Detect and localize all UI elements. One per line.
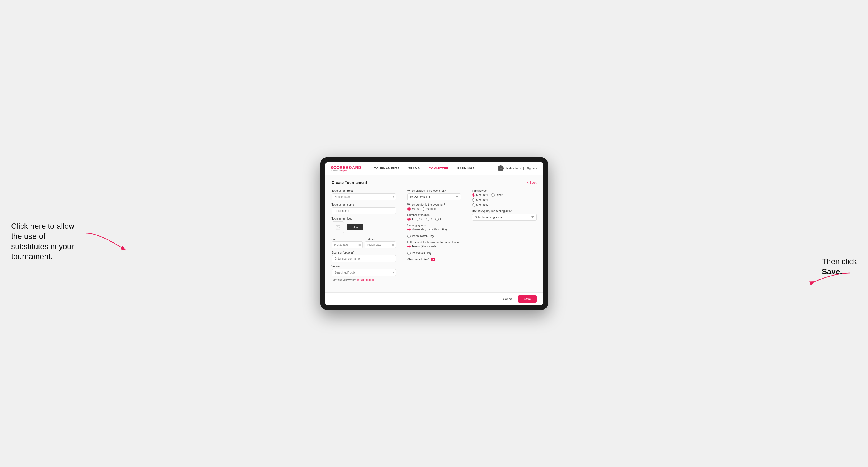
page-title: Create Tournament	[332, 180, 367, 185]
main-nav: SCOREBOARD Powered by clippd TOURNAMENTS…	[325, 162, 543, 175]
rounds-1-radio[interactable]	[407, 218, 411, 221]
format-other-radio[interactable]	[491, 193, 495, 197]
venue-dropdown-icon: ▾	[393, 271, 394, 274]
event-type-group: Is this event for Teams and/or Individua…	[407, 241, 461, 255]
tournament-name-input[interactable]	[332, 207, 396, 214]
nav-tournaments[interactable]: TOURNAMENTS	[370, 162, 404, 175]
scoring-label: Scoring system	[407, 224, 461, 227]
api-label: Use third-party live scoring API?	[472, 210, 536, 213]
sponsor-input[interactable]	[332, 255, 396, 262]
end-date-label: End date	[365, 238, 376, 241]
gender-group: Which gender is the event for? Mens Wome…	[407, 203, 461, 211]
page-header: Create Tournament < Back	[332, 180, 536, 185]
page-wrapper: Click here to allow the use of substitut…	[11, 157, 857, 310]
sponsor-group: Sponsor (optional)	[332, 251, 396, 262]
right-annotation: Then click Save.	[822, 257, 857, 277]
tablet-screen: SCOREBOARD Powered by clippd TOURNAMENTS…	[325, 162, 543, 305]
user-name: blair admin	[506, 167, 521, 170]
gender-mens-radio[interactable]	[407, 207, 411, 211]
right-annotation-bold: Save.	[822, 267, 842, 276]
event-individuals-option[interactable]: Individuals Only	[407, 252, 432, 255]
logo: SCOREBOARD Powered by clippd	[331, 165, 362, 172]
avatar: B	[498, 165, 504, 172]
left-arrow-container	[83, 230, 127, 254]
gender-mens-option[interactable]: Mens	[407, 207, 418, 211]
logo-powered-text: Powered by	[331, 169, 341, 172]
rounds-label: Number of rounds	[407, 214, 461, 217]
email-support-link[interactable]: email support	[357, 278, 374, 281]
api-select[interactable]: Select a scoring service	[472, 214, 536, 221]
venue-label: Venue	[332, 265, 396, 268]
left-arrow-icon	[83, 230, 127, 253]
tournament-name-label: Tournament name	[332, 203, 396, 206]
nav-teams[interactable]: TEAMS	[404, 162, 425, 175]
rounds-3-option[interactable]: 3	[426, 218, 432, 221]
start-date-calendar-icon: ▦	[359, 243, 361, 246]
nav-committee[interactable]: COMMITTEE	[425, 162, 453, 175]
scoring-medal-radio[interactable]	[407, 235, 411, 238]
format-6count4-option[interactable]: 6 count 4	[472, 198, 488, 202]
back-button[interactable]: < Back	[527, 181, 536, 184]
substitutes-group: Allow substitutes?	[407, 258, 461, 261]
venue-input[interactable]	[332, 269, 396, 276]
start-date-input[interactable]	[332, 241, 363, 248]
scoring-match-option[interactable]: Match Play	[429, 228, 447, 231]
division-label: Which division is the event for?	[407, 189, 461, 192]
substitutes-checkbox[interactable]	[431, 258, 435, 261]
page-footer: Cancel Save	[325, 292, 543, 305]
rounds-2-option[interactable]: 2	[416, 218, 423, 221]
logo-placeholder-icon	[332, 221, 344, 234]
form-grid: Tournament Host ▾ Tournament name Tourna	[332, 189, 536, 281]
upload-button[interactable]: Upload	[347, 224, 364, 230]
rounds-3-radio[interactable]	[426, 218, 429, 221]
api-group: Use third-party live scoring API? Select…	[472, 210, 536, 221]
end-date-input[interactable]	[365, 241, 396, 248]
division-select[interactable]: NCAA Division I	[407, 193, 461, 200]
form-right-column: Format type 5 count 4 Other	[472, 189, 536, 281]
format-6count5-option[interactable]: 6 count 5	[472, 204, 488, 207]
format-other-option[interactable]: Other	[491, 193, 503, 197]
scoring-group: Scoring system Stroke Play Match Play	[407, 224, 461, 238]
form-middle-column: Which division is the event for? NCAA Di…	[402, 189, 466, 281]
event-individuals-radio[interactable]	[407, 252, 411, 255]
date-group: date ▦ End date	[332, 236, 396, 248]
substitutes-option[interactable]: Allow substitutes?	[407, 258, 461, 261]
rounds-2-radio[interactable]	[416, 218, 420, 221]
event-type-label: Is this event for Teams and/or Individua…	[407, 241, 461, 244]
gender-womens-radio[interactable]	[422, 207, 425, 211]
format-5count4-radio[interactable]	[472, 193, 475, 197]
end-date-calendar-icon: ▦	[392, 243, 394, 246]
format-group: Format type 5 count 4 Other	[472, 189, 536, 207]
tournament-host-input[interactable]	[332, 193, 396, 200]
venue-group: Venue ▾ Can't find your venue? email sup…	[332, 265, 396, 281]
rounds-4-radio[interactable]	[435, 218, 439, 221]
format-5count4-option[interactable]: 5 count 4	[472, 193, 488, 197]
venue-note: Can't find your venue? email support	[332, 278, 396, 281]
format-label: Format type	[472, 189, 536, 192]
scoring-stroke-radio[interactable]	[407, 228, 411, 231]
page-content: Create Tournament < Back Tournament Host…	[325, 175, 543, 292]
format-6count5-radio[interactable]	[472, 204, 475, 207]
gender-womens-option[interactable]: Womens	[422, 207, 437, 211]
division-group: Which division is the event for? NCAA Di…	[407, 189, 461, 200]
start-date-label: date	[332, 238, 337, 241]
nav-rankings[interactable]: RANKINGS	[453, 162, 479, 175]
event-teams-radio[interactable]	[407, 245, 411, 248]
format-6count4-radio[interactable]	[472, 198, 475, 202]
event-teams-option[interactable]: Teams (+Individuals)	[407, 245, 437, 248]
rounds-1-option[interactable]: 1	[407, 218, 413, 221]
host-dropdown-icon: ▾	[393, 195, 394, 198]
save-button[interactable]: Save	[518, 295, 536, 303]
sponsor-label: Sponsor (optional)	[332, 251, 396, 254]
left-annotation-text: Click here to allow the use of substitut…	[11, 222, 74, 261]
sign-out-link[interactable]: Sign out	[526, 167, 537, 170]
rounds-4-option[interactable]: 4	[435, 218, 441, 221]
scoring-medal-option[interactable]: Medal Match Play	[407, 235, 434, 238]
scoring-stroke-option[interactable]: Stroke Play	[407, 228, 426, 231]
cancel-button[interactable]: Cancel	[500, 295, 516, 302]
scoring-match-radio[interactable]	[429, 228, 433, 231]
form-left-column: Tournament Host ▾ Tournament name Tourna	[332, 189, 396, 281]
tournament-host-label: Tournament Host	[332, 189, 396, 192]
tablet-frame: SCOREBOARD Powered by clippd TOURNAMENTS…	[320, 157, 548, 310]
nav-links: TOURNAMENTS TEAMS COMMITTEE RANKINGS	[370, 162, 498, 175]
